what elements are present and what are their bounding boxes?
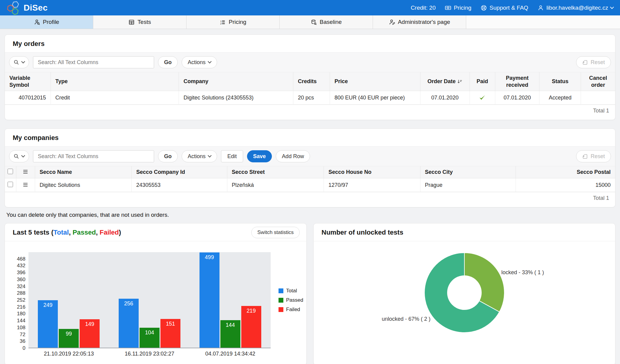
company-select-cell bbox=[5, 178, 16, 192]
bar-total: 249 bbox=[38, 300, 58, 348]
companies-save-button[interactable]: Save bbox=[247, 150, 272, 162]
my-orders-card: My orders Go Actions Reset bbox=[5, 34, 615, 120]
nav-pricing[interactable]: Pricing bbox=[445, 5, 471, 11]
col-secco-postal[interactable]: Secco Postal bbox=[516, 166, 615, 178]
orders-actions-button[interactable]: Actions bbox=[182, 56, 217, 68]
title-segment: ) bbox=[119, 229, 121, 236]
order-credits: 20 pcs bbox=[293, 91, 330, 105]
companies-toolbar: Go Actions Edit Save Add Row Reset bbox=[5, 146, 615, 166]
brand[interactable]: DiSec bbox=[7, 1, 48, 15]
my-companies-card: My companies Go Actions Edit Save Add Ro… bbox=[5, 128, 615, 207]
companies-add-row-button[interactable]: Add Row bbox=[276, 150, 310, 162]
bar-group: 499144219 bbox=[199, 252, 262, 348]
orders-go-button[interactable]: Go bbox=[158, 56, 178, 68]
user-menu[interactable]: libor.havelka@digitec.cz bbox=[537, 5, 613, 11]
switch-statistics-button[interactable]: Switch statistics bbox=[251, 227, 300, 238]
col-cancel-order[interactable]: Cancel order bbox=[581, 72, 615, 91]
bar-value-label: 104 bbox=[140, 330, 160, 336]
legend-item-passed: Passed bbox=[279, 297, 303, 303]
nav-support-faq[interactable]: Support & FAQ bbox=[480, 5, 528, 11]
bar-passed: 99 bbox=[59, 329, 79, 348]
title-segment: Passed bbox=[73, 229, 96, 236]
orders-search-options-button[interactable] bbox=[9, 56, 29, 68]
companies-search-options-button[interactable] bbox=[9, 150, 29, 162]
chevron-down-icon bbox=[208, 60, 212, 63]
col-paid[interactable]: Paid bbox=[470, 72, 495, 91]
legend-label: Passed bbox=[286, 297, 303, 303]
legend-label: Failed bbox=[286, 307, 300, 313]
my-orders-title: My orders bbox=[5, 35, 615, 52]
company-menu-cell bbox=[16, 178, 35, 192]
tab-baseline[interactable]: Baseline bbox=[280, 15, 373, 29]
paid-check-icon bbox=[479, 95, 486, 101]
search-icon bbox=[14, 60, 19, 65]
col-type[interactable]: Type bbox=[51, 72, 179, 91]
orders-search-input[interactable] bbox=[33, 56, 154, 68]
bar-group: 24999149 bbox=[37, 300, 101, 348]
credit-indicator: Credit: 20 bbox=[411, 5, 436, 11]
x-tick-label: 16.11.2019 23:02:27 bbox=[113, 351, 186, 357]
companies-go-button[interactable]: Go bbox=[158, 150, 178, 162]
tab-profile[interactable]: Profile bbox=[0, 15, 93, 29]
col-secco-city[interactable]: Secco City bbox=[420, 166, 516, 178]
col-order-date[interactable]: Order Date bbox=[420, 72, 470, 91]
chevron-down-icon bbox=[610, 5, 614, 9]
donut-hole bbox=[447, 275, 482, 310]
order-variable-symbol: 407012015 bbox=[5, 91, 51, 105]
last-tests-title: Last 5 tests (Total, Passed, Failed) bbox=[13, 229, 121, 236]
row-checkbox[interactable] bbox=[8, 182, 13, 187]
tab-tests[interactable]: Tests bbox=[93, 15, 186, 29]
col-secco-company-id[interactable]: Secco Company Id bbox=[132, 166, 227, 178]
order-status: Accepted bbox=[539, 91, 581, 105]
banknote-icon bbox=[445, 5, 451, 11]
order-type: Credit bbox=[51, 91, 179, 105]
tab-administrators-page[interactable]: Administrator's page bbox=[373, 15, 466, 29]
legend-item-failed: Failed bbox=[279, 307, 303, 313]
orders-reset-button[interactable]: Reset bbox=[576, 56, 611, 68]
my-companies-title: My companies bbox=[5, 129, 615, 146]
title-segment: Failed bbox=[100, 229, 119, 236]
order-company: Digitec Solutions (24305553) bbox=[179, 91, 293, 105]
title-segment: Total bbox=[54, 229, 69, 236]
company-row: Digitec Solutions 24305553 Plzeňská 1270… bbox=[5, 178, 615, 192]
y-tick-label: 324 bbox=[17, 284, 25, 289]
donut-label-unlocked: unlocked - 67% ( 2 ) bbox=[382, 316, 430, 322]
app-title: DiSec bbox=[24, 3, 48, 13]
bar-group: 256104151 bbox=[118, 299, 181, 348]
y-tick-label: 468 bbox=[17, 256, 25, 262]
companies-actions-button[interactable]: Actions bbox=[182, 150, 217, 162]
col-credits[interactable]: Credits bbox=[293, 72, 330, 91]
col-payment-received[interactable]: Payment received bbox=[495, 72, 539, 91]
select-all-checkbox[interactable] bbox=[8, 169, 13, 174]
col-variable-symbol[interactable]: Variable Symbol bbox=[5, 72, 51, 91]
bar-chart-y-axis: 03672108144180216252288324360396432468 bbox=[8, 252, 28, 348]
legend-item-total: Total bbox=[279, 288, 303, 294]
col-status[interactable]: Status bbox=[539, 72, 581, 91]
bar-chart-plot: 24999149256104151499144219 bbox=[28, 252, 271, 348]
y-tick-label: 108 bbox=[17, 325, 25, 330]
bar-value-label: 151 bbox=[160, 321, 180, 327]
col-price[interactable]: Price bbox=[330, 72, 420, 91]
companies-search-input[interactable] bbox=[33, 150, 154, 162]
companies-edit-button[interactable]: Edit bbox=[221, 150, 243, 162]
last-tests-card: Last 5 tests (Total, Passed, Failed) Swi… bbox=[5, 223, 307, 364]
companies-reset-button[interactable]: Reset bbox=[576, 150, 611, 162]
order-row: 407012015 Credit Digitec Solutions (2430… bbox=[5, 91, 615, 105]
bar-value-label: 249 bbox=[38, 302, 58, 308]
row-menu-header bbox=[16, 166, 35, 178]
col-secco-name[interactable]: Secco Name bbox=[35, 166, 131, 178]
last-tests-title-row: Last 5 tests (Total, Passed, Failed) Swi… bbox=[5, 223, 306, 241]
person-edit-icon bbox=[389, 19, 395, 25]
col-secco-street[interactable]: Secco Street bbox=[227, 166, 324, 178]
numbered-list-icon: 1 2 bbox=[219, 19, 226, 25]
order-paid-cell bbox=[470, 91, 495, 105]
col-company[interactable]: Company bbox=[179, 72, 293, 91]
col-secco-house-no[interactable]: Secco House No bbox=[324, 166, 420, 178]
y-tick-label: 288 bbox=[17, 291, 25, 296]
reset-icon bbox=[582, 154, 588, 159]
donut-label-locked: locked - 33% ( 1 ) bbox=[501, 269, 544, 276]
main-tabbar: Profile Tests 1 2 Pricing bbox=[0, 15, 620, 29]
sort-descending-icon bbox=[457, 79, 462, 84]
tab-pricing[interactable]: 1 2 Pricing bbox=[186, 15, 280, 29]
donut-chart: locked - 33% ( 1 ) unlocked - 67% ( 2 ) bbox=[314, 250, 615, 344]
